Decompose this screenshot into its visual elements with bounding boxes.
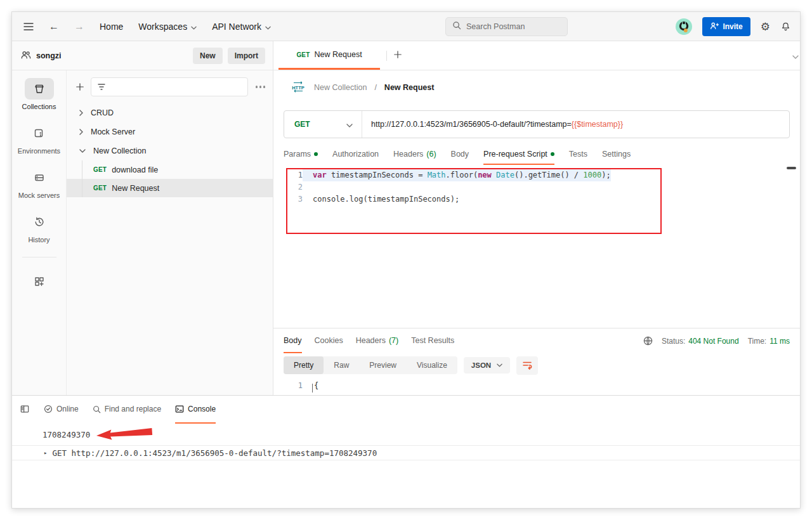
postman-window: ← → Home Workspaces API Network <box>11 11 801 509</box>
line-number: 1 <box>273 381 303 395</box>
rail-item-environments[interactable]: Environments <box>18 122 60 155</box>
rail-item-collections[interactable]: Collections <box>22 78 56 110</box>
tab-settings[interactable]: Settings <box>602 144 631 165</box>
response-body[interactable]: 1 { <box>273 377 800 395</box>
tab-tests[interactable]: Tests <box>569 144 587 165</box>
tree-item-mock-server[interactable]: Mock Server <box>67 122 273 141</box>
tab-headers[interactable]: Headers(6) <box>393 144 436 165</box>
tab-authorization[interactable]: Authorization <box>332 144 379 165</box>
url-area: GET http://127.0.0.1:4523/m1/3656905-0-d… <box>273 105 800 144</box>
code-line-3: console.log(timestampInSeconds); <box>303 193 459 205</box>
history-icon <box>25 211 54 233</box>
console-log-request[interactable]: ▸ GET http://127.0.0.1:4523/m1/3656905-0… <box>12 445 800 460</box>
view-raw[interactable]: Raw <box>324 356 359 374</box>
body-row: songzi New Import Collections <box>12 41 800 395</box>
search-box[interactable] <box>445 17 568 36</box>
search-icon <box>452 21 461 32</box>
wrap-lines-icon <box>522 361 532 370</box>
chevron-down-icon <box>191 22 197 32</box>
globe-icon[interactable] <box>643 336 653 346</box>
green-dot <box>551 152 554 156</box>
tree-request-new-request[interactable]: GET New Request <box>67 179 273 197</box>
forward-arrow-icon[interactable]: → <box>74 21 84 32</box>
avatar[interactable] <box>676 18 692 35</box>
new-tab-plus-icon[interactable] <box>393 50 402 62</box>
tab-params[interactable]: Params <box>284 144 318 165</box>
breadcrumb: HTTP New Collection / New Request <box>273 70 800 105</box>
rail-item-mock-servers[interactable]: Mock servers <box>18 167 60 199</box>
code-line-1: var timestampInSeconds = Math.floor(new … <box>303 169 611 181</box>
tab-overflow-chevron-icon[interactable] <box>792 50 799 62</box>
chevron-down-icon <box>79 149 86 153</box>
back-arrow-icon[interactable]: ← <box>49 21 59 32</box>
filter-input[interactable] <box>91 77 248 96</box>
response-tab-test-results[interactable]: Test Results <box>411 328 454 353</box>
response-meta: Status: 404 Not Found Time: 11 ms <box>643 328 790 353</box>
line-number: 3 <box>273 193 303 205</box>
find-and-replace[interactable]: Find and replace <box>93 396 161 424</box>
response-tab-headers[interactable]: Headers(7) <box>356 328 399 353</box>
response-tab-body[interactable]: Body <box>284 328 302 353</box>
tab-divider <box>386 51 387 61</box>
method-dropdown[interactable]: GET <box>284 111 362 138</box>
response-body-text: { <box>303 381 318 395</box>
console-toggle[interactable]: Console <box>175 396 216 424</box>
rail-item-history[interactable]: History <box>25 211 54 244</box>
line-number: 2 <box>273 181 303 193</box>
sidebar: songzi New Import Collections <box>12 41 273 395</box>
console-log-timestamp[interactable]: 1708249370 <box>12 424 800 445</box>
new-button[interactable]: New <box>193 48 223 64</box>
tab-pre-request-script[interactable]: Pre-request Script <box>483 144 554 165</box>
search-input[interactable] <box>466 22 555 31</box>
script-editor[interactable]: 1 var timestampInSeconds = Math.floor(ne… <box>273 165 800 328</box>
rail-item-more-tools[interactable] <box>25 271 54 292</box>
view-visualize[interactable]: Visualize <box>407 356 457 374</box>
sidebar-toggle-icon[interactable] <box>20 396 30 424</box>
scrollbar-thumb[interactable] <box>787 167 796 169</box>
grid-plus-icon <box>25 271 54 292</box>
chevron-right-icon <box>79 129 83 135</box>
more-options-icon[interactable] <box>254 83 267 91</box>
response-tabs: Body Cookies Headers(7) Test Results Sta… <box>273 328 800 353</box>
expand-triangle-icon[interactable]: ▸ <box>44 450 47 456</box>
tab-body[interactable]: Body <box>451 144 469 165</box>
person-add-icon <box>710 22 719 32</box>
line-number: 1 <box>273 169 303 181</box>
add-collection-plus-icon[interactable] <box>75 82 84 91</box>
tree-toolbar <box>67 70 273 103</box>
response-tab-cookies[interactable]: Cookies <box>315 328 343 353</box>
settings-gear-icon[interactable]: ⚙ <box>761 20 770 34</box>
url-input[interactable]: http://127.0.0.1:4523/m1/3656905-0-defau… <box>362 111 789 138</box>
view-pretty[interactable]: Pretty <box>284 356 324 374</box>
nav-workspaces[interactable]: Workspaces <box>138 22 197 32</box>
http-request-icon: HTTP <box>290 81 306 94</box>
console-empty-area <box>12 460 800 508</box>
nav-api-network[interactable]: API Network <box>212 22 271 32</box>
wrap-lines-button[interactable] <box>516 356 538 375</box>
red-arrow-annotation <box>95 425 154 443</box>
notifications-bell-icon[interactable] <box>780 21 791 32</box>
hamburger-menu-icon[interactable] <box>23 23 34 30</box>
search-icon <box>93 405 101 413</box>
view-preview[interactable]: Preview <box>359 356 407 374</box>
main-panel: GET New Request HTTP <box>273 41 800 395</box>
console-panel: Online Find and replace Console 17082493… <box>12 395 800 508</box>
tree-request-download-file[interactable]: GET download file <box>67 160 273 179</box>
tree-item-crud[interactable]: CRUD <box>67 103 273 122</box>
online-status[interactable]: Online <box>44 396 79 424</box>
tab-strip: GET New Request <box>273 41 800 70</box>
nav-home[interactable]: Home <box>100 22 123 32</box>
console-icon <box>175 405 184 413</box>
breadcrumb-collection[interactable]: New Collection <box>314 83 367 92</box>
import-button[interactable]: Import <box>228 48 265 64</box>
breadcrumb-separator: / <box>374 83 376 92</box>
format-dropdown[interactable]: JSON <box>464 357 510 374</box>
tree-item-new-collection[interactable]: New Collection <box>67 141 273 160</box>
time-badge: Time: 11 ms <box>748 337 790 346</box>
invite-button[interactable]: Invite <box>702 17 750 36</box>
console-toolbar: Online Find and replace Console <box>12 396 800 424</box>
request-tab[interactable]: GET New Request <box>278 41 380 70</box>
view-mode-group: Pretty Raw Preview Visualize <box>284 356 457 374</box>
breadcrumb-request: New Request <box>384 83 435 92</box>
chevron-down-icon <box>346 119 353 130</box>
